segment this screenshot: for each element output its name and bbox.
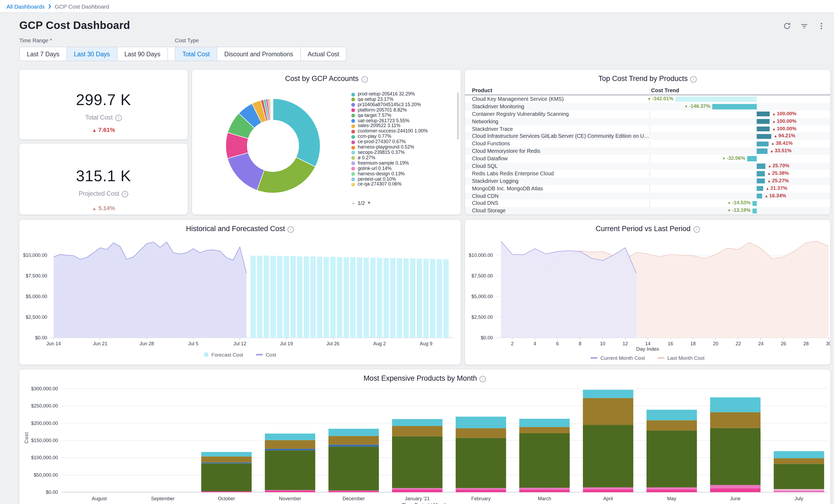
forecast-bar[interactable] [443,259,448,338]
cost-type-actual-cost[interactable]: Actual Cost [300,47,347,61]
stacked-bar-segment[interactable] [646,489,697,492]
info-icon[interactable]: i [288,226,294,233]
filter-icon[interactable] [800,22,808,30]
donut-slice-pr10406a87045145c3[interactable] [227,153,264,190]
stacked-bar-segment[interactable] [583,425,633,487]
stacked-bar-segment[interactable] [329,436,379,444]
legend-item[interactable]: golink-url 0.14% [351,166,453,171]
stacked-bar-segment[interactable] [392,436,442,488]
forecast-bar[interactable] [430,259,436,338]
legend-item[interactable]: ce-qa-274307 0.06% [351,182,453,188]
stacked-bar-segment[interactable] [201,452,251,457]
stacked-bar-segment[interactable] [329,491,379,492]
stacked-bar-segment[interactable] [774,464,824,489]
donut-slice-prod-setup-205416[interactable] [273,98,320,167]
stacked-bar-segment[interactable] [265,440,315,449]
trend-bar[interactable] [712,104,756,109]
legend-current-month[interactable]: Current Month Cost [591,355,645,361]
forecast-bar[interactable] [250,256,256,338]
stacked-bar-segment[interactable] [456,490,506,492]
forecast-bar[interactable] [437,259,442,338]
trend-bar[interactable] [756,149,767,154]
stacked-bar-segment[interactable] [583,489,633,492]
stacked-bar-segment[interactable] [519,490,570,492]
stacked-bar-segment[interactable] [646,420,697,431]
column-header-cost-trend[interactable]: Cost Trend [651,87,679,93]
stacked-bar-segment[interactable] [519,433,570,488]
trend-bar[interactable] [747,156,756,161]
forecast-bar[interactable] [264,256,269,338]
stacked-bar-segment[interactable] [392,489,442,492]
forecast-bar[interactable] [344,257,349,338]
stacked-bar-segment[interactable] [774,458,824,464]
stacked-bar-segment[interactable] [265,490,315,490]
stacked-bar-segment[interactable] [774,489,824,490]
stacked-bar-segment[interactable] [456,417,506,428]
legend-page-up-icon[interactable]: ▲ [351,200,356,205]
forecast-bar[interactable] [410,259,415,338]
stacked-bar-segment[interactable] [392,426,442,436]
stacked-bar-segment[interactable] [583,390,633,398]
stacked-bar-segment[interactable] [710,412,761,428]
trend-bar[interactable] [756,163,765,169]
info-icon[interactable]: i [693,226,700,233]
stacked-bar-segment[interactable] [774,451,824,458]
time-range-last-30-days[interactable]: Last 30 Days [66,47,117,61]
trend-bar[interactable] [756,171,765,176]
stacked-bar-segment[interactable] [265,449,315,451]
forecast-bar[interactable] [357,257,362,338]
stacked-bar-segment[interactable] [329,490,379,491]
legend-item[interactable]: freemium-sample 0.19% [351,161,453,166]
forecast-bar[interactable] [270,256,276,338]
info-icon[interactable]: i [480,376,486,382]
forecast-bar[interactable] [304,257,309,338]
forecast-bar[interactable] [297,256,303,338]
stacked-bar-segment[interactable] [265,451,315,490]
stacked-bar-segment[interactable] [456,488,506,490]
stacked-bar-segment[interactable] [646,410,697,420]
cost-type-total-cost[interactable]: Total Cost [175,47,217,61]
legend-item[interactable]: harness-design 0.13% [351,171,453,177]
forecast-bar[interactable] [290,256,296,338]
time-range-last-7-days[interactable]: Last 7 Days [19,47,67,61]
stacked-bar-segment[interactable] [646,487,697,489]
stacked-bar-segment[interactable] [329,429,379,436]
legend-forecast-cost[interactable]: Forecast Cost [204,352,243,358]
forecast-bar[interactable] [364,258,369,338]
legend-item[interactable]: prod-setup-205416 32.29% [351,92,453,97]
legend-item[interactable]: qa-setup 23.17% [351,97,453,103]
kebab-menu-icon[interactable] [817,22,826,30]
stacked-bar-segment[interactable] [329,444,379,447]
stacked-bar-segment[interactable] [392,419,442,426]
forecast-bar[interactable] [330,257,336,338]
donut-slice-ce-qa-274307[interactable] [273,98,273,120]
legend-cost[interactable]: Cost [256,352,276,358]
trend-bar[interactable] [756,127,769,132]
legend-item[interactable]: ø 0.27% [351,155,453,161]
trend-bar[interactable] [752,208,756,213]
stacked-bar-segment[interactable] [710,485,761,488]
legend-scrollbar[interactable] [457,92,459,139]
cost-type-discount-promotions[interactable]: Discount and Promotions [217,47,301,61]
forecast-bar[interactable] [310,256,316,338]
stacked-bar-segment[interactable] [456,428,506,438]
legend-last-month[interactable]: Last Month Cost [658,355,704,361]
legend-item[interactable]: platform-205701 8.82% [351,108,453,113]
forecast-bar[interactable] [397,258,402,338]
legend-item[interactable]: secops-239815 0.37% [351,150,453,155]
forecast-bar[interactable] [317,257,322,338]
info-icon[interactable]: i [122,191,128,197]
legend-page-down-icon[interactable]: ▼ [367,200,371,205]
info-icon[interactable]: i [115,115,122,121]
forecast-bar[interactable] [284,256,289,338]
info-icon[interactable]: i [690,76,697,83]
stacked-bar-segment[interactable] [583,398,633,425]
donut-slice-qa-setup[interactable] [257,157,315,193]
time-range-last-90-days[interactable]: Last 90 Days [117,47,168,61]
forecast-bar[interactable] [377,258,382,338]
column-header-product[interactable]: Product [472,87,492,93]
stacked-bar-segment[interactable] [265,434,315,440]
stacked-bar-segment[interactable] [201,491,251,492]
forecast-bar[interactable] [423,259,429,338]
forecast-bar[interactable] [350,257,356,338]
